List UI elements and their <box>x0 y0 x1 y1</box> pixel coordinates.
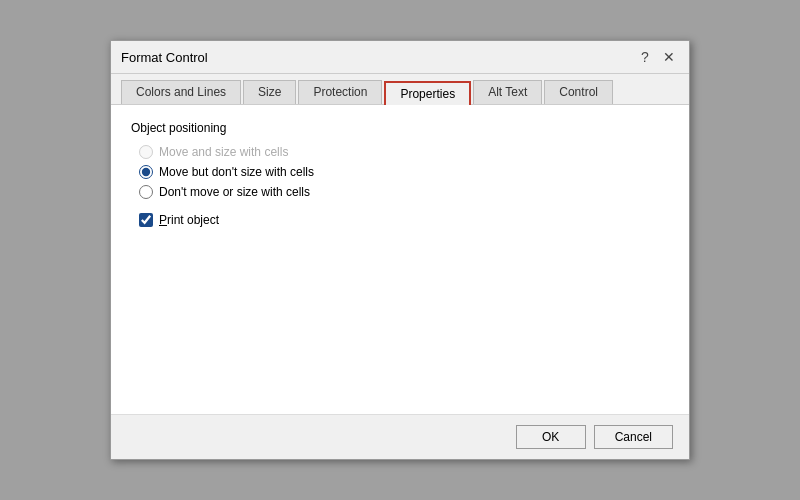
dialog-title: Format Control <box>121 50 208 65</box>
print-object-checkbox-label[interactable]: Print object <box>139 213 669 227</box>
print-object-label: Print object <box>159 213 219 227</box>
help-button[interactable]: ? <box>635 47 655 67</box>
title-bar: Format Control ? ✕ <box>111 41 689 74</box>
radio-item-move-size[interactable]: Move and size with cells <box>139 145 669 159</box>
radio-move-no-size-label: Move but don't size with cells <box>159 165 314 179</box>
print-object-label-rest: rint object <box>167 213 219 227</box>
radio-move-size[interactable] <box>139 145 153 159</box>
close-button[interactable]: ✕ <box>659 47 679 67</box>
dialog-footer: OK Cancel <box>111 414 689 459</box>
tab-properties[interactable]: Properties <box>384 81 471 105</box>
print-object-checkbox[interactable] <box>139 213 153 227</box>
title-bar-controls: ? ✕ <box>635 47 679 67</box>
format-control-dialog: Format Control ? ✕ Colors and Lines Size… <box>110 40 690 460</box>
radio-move-no-size[interactable] <box>139 165 153 179</box>
tab-alt-text[interactable]: Alt Text <box>473 80 542 104</box>
tab-protection[interactable]: Protection <box>298 80 382 104</box>
radio-move-size-label: Move and size with cells <box>159 145 288 159</box>
tab-colors-lines[interactable]: Colors and Lines <box>121 80 241 104</box>
ok-button[interactable]: OK <box>516 425 586 449</box>
radio-group-positioning: Move and size with cells Move but don't … <box>139 145 669 199</box>
radio-no-move-no-size-label: Don't move or size with cells <box>159 185 310 199</box>
section-title: Object positioning <box>131 121 669 135</box>
dialog-body: Object positioning Move and size with ce… <box>111 105 689 414</box>
tab-control[interactable]: Control <box>544 80 613 104</box>
radio-item-move-no-size[interactable]: Move but don't size with cells <box>139 165 669 179</box>
tab-size[interactable]: Size <box>243 80 296 104</box>
cancel-button[interactable]: Cancel <box>594 425 673 449</box>
radio-item-no-move-no-size[interactable]: Don't move or size with cells <box>139 185 669 199</box>
print-object-underline-char: P <box>159 213 167 227</box>
radio-no-move-no-size[interactable] <box>139 185 153 199</box>
tab-bar: Colors and Lines Size Protection Propert… <box>111 74 689 105</box>
